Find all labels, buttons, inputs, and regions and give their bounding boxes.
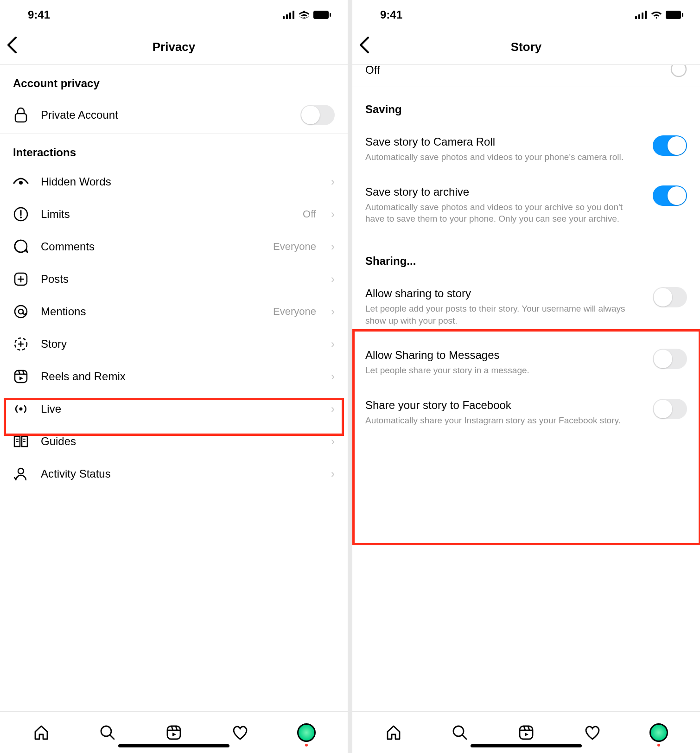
setting-save-archive: Save story to archive Automatically save… [352, 167, 700, 229]
svg-rect-4 [313, 11, 329, 19]
off-label: Off [365, 65, 380, 77]
row-value: Off [303, 208, 316, 220]
row-label: Guides [41, 435, 319, 448]
back-button[interactable] [6, 37, 17, 57]
setting-label: Share your story to Facebook [365, 399, 643, 412]
setting-label: Save story to archive [365, 185, 643, 198]
toggle-allow-messages[interactable] [653, 349, 687, 369]
row-hidden-words[interactable]: Hidden Words › [0, 166, 348, 198]
back-button[interactable] [359, 37, 369, 57]
lock-icon [13, 107, 29, 123]
cellular-icon [283, 11, 295, 19]
svg-point-30 [101, 726, 111, 736]
svg-rect-3 [293, 11, 294, 19]
svg-rect-45 [520, 726, 533, 739]
nav-reels[interactable] [517, 723, 535, 742]
svg-rect-36 [635, 16, 637, 19]
nav-reels[interactable] [165, 723, 183, 742]
radio-off[interactable] [670, 65, 687, 79]
row-mentions[interactable]: Mentions Everyone › [0, 295, 348, 328]
svg-point-10 [20, 217, 22, 218]
setting-desc: Let people share your story in a message… [365, 364, 643, 376]
chevron-right-icon: › [331, 240, 335, 253]
chevron-right-icon: › [331, 402, 335, 415]
setting-desc: Let people add your posts to their story… [365, 303, 643, 326]
status-icons [635, 11, 683, 19]
toggle-save-archive[interactable] [653, 185, 687, 206]
reels-icon [13, 369, 29, 384]
nav-activity[interactable] [583, 723, 602, 742]
guides-icon [13, 434, 29, 449]
eye-icon [13, 174, 29, 190]
svg-rect-40 [666, 11, 681, 19]
row-live[interactable]: Live › [0, 393, 348, 425]
setting-save-camera-roll: Save story to Camera Roll Automatically … [352, 122, 700, 167]
toggle-allow-story[interactable] [653, 287, 687, 307]
privacy-content: Account privacy Private Account Interact… [0, 65, 348, 711]
svg-line-31 [110, 735, 114, 739]
toggle-save-camera[interactable] [653, 135, 687, 156]
row-activity-status[interactable]: Activity Status › [0, 458, 348, 490]
row-label: Hidden Words [41, 175, 319, 188]
header: Privacy [0, 30, 348, 65]
private-account-toggle[interactable] [300, 105, 335, 125]
setting-share-facebook: Share your story to Facebook Automatical… [352, 380, 700, 430]
row-comments[interactable]: Comments Everyone › [0, 230, 348, 263]
svg-line-44 [463, 735, 466, 739]
row-posts[interactable]: Posts › [0, 263, 348, 295]
status-icons [283, 11, 331, 19]
chevron-right-icon: › [331, 175, 335, 188]
partial-row-off[interactable]: Off [352, 65, 700, 87]
chevron-right-icon: › [331, 467, 335, 480]
story-icon [13, 336, 29, 352]
svg-rect-1 [286, 14, 288, 19]
header: Story [352, 30, 700, 65]
svg-point-24 [19, 408, 23, 411]
nav-profile[interactable] [297, 723, 316, 742]
row-value: Everyone [273, 306, 316, 318]
row-label: Comments [41, 240, 261, 253]
row-limits[interactable]: Limits Off › [0, 198, 348, 230]
setting-label: Allow sharing to story [365, 287, 643, 300]
setting-label: Allow Sharing to Messages [365, 349, 643, 362]
svg-rect-38 [642, 13, 643, 19]
nav-home[interactable] [384, 723, 403, 742]
activity-icon [13, 466, 29, 482]
private-account-label: Private Account [41, 108, 288, 121]
nav-home[interactable] [32, 723, 51, 742]
setting-desc: Automatically save photos and videos to … [365, 201, 643, 225]
row-story[interactable]: Story › [0, 328, 348, 360]
nav-search[interactable] [98, 723, 117, 742]
svg-rect-20 [15, 370, 27, 383]
row-label: Limits [41, 208, 291, 221]
setting-desc: Automatically save photos and videos to … [365, 151, 643, 163]
svg-rect-0 [283, 16, 285, 19]
row-label: Live [41, 402, 319, 415]
chevron-right-icon: › [331, 338, 335, 351]
svg-rect-39 [645, 11, 647, 19]
page-title: Privacy [0, 40, 348, 54]
row-reels[interactable]: Reels and Remix › [0, 360, 348, 393]
comment-icon [13, 239, 29, 255]
row-guides[interactable]: Guides › [0, 425, 348, 458]
cellular-icon [635, 11, 647, 19]
chevron-right-icon: › [331, 305, 335, 318]
svg-point-43 [453, 726, 464, 736]
chevron-right-icon: › [331, 208, 335, 221]
svg-point-7 [19, 181, 23, 185]
chevron-right-icon: › [331, 273, 335, 286]
setting-desc: Automatically share your Instagram story… [365, 415, 643, 427]
chevron-right-icon: › [331, 370, 335, 383]
status-time: 9:41 [380, 8, 402, 21]
svg-point-42 [671, 65, 686, 77]
toggle-share-fb[interactable] [653, 399, 687, 419]
status-time: 9:41 [28, 8, 50, 21]
nav-activity[interactable] [231, 723, 249, 742]
status-bar: 9:41 [0, 0, 348, 30]
nav-profile[interactable] [649, 723, 668, 742]
svg-point-16 [19, 309, 23, 314]
section-account-privacy: Account privacy [0, 65, 348, 96]
nav-search[interactable] [451, 723, 469, 742]
private-account-row[interactable]: Private Account [0, 96, 348, 134]
svg-rect-5 [330, 13, 331, 17]
